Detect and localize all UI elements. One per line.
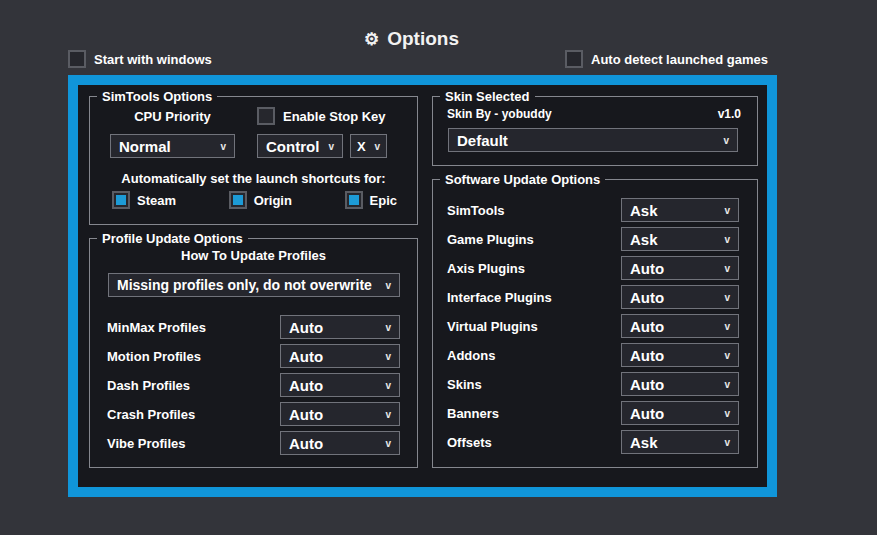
- chevron-down-icon: v: [385, 380, 391, 391]
- chevron-down-icon: v: [724, 437, 730, 448]
- steam-checkbox[interactable]: Steam: [112, 191, 176, 209]
- banners-update-label: Banners: [447, 406, 499, 421]
- addons-update-dropdown[interactable]: Auto v: [621, 343, 739, 367]
- dropdown-value: Auto: [289, 435, 323, 452]
- enable-stop-key-label: Enable Stop Key: [283, 109, 386, 124]
- dash-profiles-row: Dash Profiles Auto v: [107, 373, 400, 397]
- chevron-down-icon: v: [723, 135, 729, 146]
- game-plugins-update-dropdown[interactable]: Ask v: [621, 227, 739, 251]
- dropdown-value: Ask: [630, 434, 658, 451]
- start-with-windows-checkbox[interactable]: Start with windows: [68, 50, 212, 68]
- profile-rows: MinMax Profiles Auto v Motion Profiles A…: [107, 315, 400, 455]
- chevron-down-icon: v: [328, 141, 334, 152]
- how-to-update-label: How To Update Profiles: [90, 248, 417, 263]
- minmax-profiles-label: MinMax Profiles: [107, 320, 206, 335]
- chevron-down-icon: v: [724, 379, 730, 390]
- chevron-down-icon: v: [724, 205, 730, 216]
- skin-meta-row: Skin By - yobuddy v1.0: [447, 107, 741, 121]
- skin-dropdown[interactable]: Default v: [448, 128, 738, 152]
- virtual-plugins-update-label: Virtual Plugins: [447, 319, 538, 334]
- motion-profiles-dropdown[interactable]: Auto v: [280, 344, 400, 368]
- crash-profiles-dropdown[interactable]: Auto v: [280, 402, 400, 426]
- dropdown-value: Ask: [630, 231, 658, 248]
- motion-profiles-row: Motion Profiles Auto v: [107, 344, 400, 368]
- enable-stop-key-checkbox[interactable]: Enable Stop Key: [257, 107, 386, 125]
- group-title: Software Update Options: [440, 172, 605, 187]
- chevron-down-icon: v: [385, 322, 391, 333]
- cpu-priority-label: CPU Priority: [110, 109, 235, 124]
- axis-plugins-update-label: Axis Plugins: [447, 261, 525, 276]
- epic-checkbox[interactable]: Epic: [345, 191, 397, 209]
- offsets-update-row: Offsets Ask v: [447, 430, 739, 454]
- dropdown-value: Auto: [289, 319, 323, 336]
- dash-profiles-label: Dash Profiles: [107, 378, 190, 393]
- skins-update-label: Skins: [447, 377, 482, 392]
- epic-label: Epic: [370, 193, 397, 208]
- axis-plugins-update-dropdown[interactable]: Auto v: [621, 256, 739, 280]
- crash-profiles-row: Crash Profiles Auto v: [107, 402, 400, 426]
- vibe-profiles-dropdown[interactable]: Auto v: [280, 431, 400, 455]
- software-update-options-group: Software Update Options SimTools Ask v G…: [432, 179, 758, 468]
- banners-update-dropdown[interactable]: Auto v: [621, 401, 739, 425]
- checkbox-box[interactable]: [565, 50, 583, 68]
- start-with-windows-label: Start with windows: [94, 52, 212, 67]
- group-title: Skin Selected: [440, 89, 535, 104]
- offsets-update-dropdown[interactable]: Ask v: [621, 430, 739, 454]
- dropdown-value: Auto: [630, 376, 664, 393]
- banners-update-row: Banners Auto v: [447, 401, 739, 425]
- vibe-profiles-row: Vibe Profiles Auto v: [107, 431, 400, 455]
- stop-key-modifier-dropdown[interactable]: Control v: [257, 134, 343, 158]
- chevron-down-icon: v: [374, 141, 380, 152]
- software-rows: SimTools Ask v Game Plugins Ask v Axis P…: [447, 198, 739, 454]
- simtools-options-group: SimTools Options CPU Priority Enable Sto…: [89, 96, 418, 225]
- simtools-update-row: SimTools Ask v: [447, 198, 739, 222]
- launch-shortcuts-row: Steam Origin Epic: [112, 191, 397, 209]
- launch-shortcuts-label: Automatically set the launch shortcuts f…: [90, 171, 417, 186]
- vibe-profiles-label: Vibe Profiles: [107, 436, 186, 451]
- cpu-priority-dropdown[interactable]: Normal v: [110, 134, 235, 158]
- game-plugins-update-label: Game Plugins: [447, 232, 534, 247]
- chevron-down-icon: v: [385, 438, 391, 449]
- dropdown-value: Normal: [119, 138, 171, 155]
- origin-checkbox[interactable]: Origin: [229, 191, 292, 209]
- checkbox-checkmark: [349, 195, 359, 205]
- chevron-down-icon: v: [385, 351, 391, 362]
- dropdown-value: Auto: [630, 318, 664, 335]
- dropdown-value: X: [357, 139, 366, 154]
- checkbox-box[interactable]: [345, 191, 363, 209]
- checkbox-box[interactable]: [257, 107, 275, 125]
- simtools-update-label: SimTools: [447, 203, 505, 218]
- checkbox-box[interactable]: [229, 191, 247, 209]
- checkbox-box[interactable]: [112, 191, 130, 209]
- skin-author-label: Skin By - yobuddy: [447, 107, 552, 121]
- skins-update-row: Skins Auto v: [447, 372, 739, 396]
- dropdown-value: Auto: [630, 289, 664, 306]
- dropdown-value: Auto: [289, 406, 323, 423]
- addons-update-row: Addons Auto v: [447, 343, 739, 367]
- dropdown-value: Default: [457, 132, 508, 149]
- minmax-profiles-dropdown[interactable]: Auto v: [280, 315, 400, 339]
- options-panel: SimTools Options CPU Priority Enable Sto…: [68, 75, 777, 497]
- motion-profiles-label: Motion Profiles: [107, 349, 201, 364]
- stop-key-dropdown[interactable]: X v: [350, 134, 387, 158]
- dropdown-value: Auto: [630, 260, 664, 277]
- checkbox-box[interactable]: [68, 50, 86, 68]
- group-title: SimTools Options: [97, 89, 217, 104]
- interface-plugins-update-dropdown[interactable]: Auto v: [621, 285, 739, 309]
- group-title: Profile Update Options: [97, 231, 248, 246]
- chevron-down-icon: v: [724, 321, 730, 332]
- page-title-text: Options: [387, 28, 459, 50]
- simtools-update-dropdown[interactable]: Ask v: [621, 198, 739, 222]
- chevron-down-icon: v: [724, 234, 730, 245]
- how-to-update-dropdown[interactable]: Missing profiles only, do not overwrite …: [108, 273, 400, 297]
- virtual-plugins-update-dropdown[interactable]: Auto v: [621, 314, 739, 338]
- offsets-update-label: Offsets: [447, 435, 492, 450]
- dash-profiles-dropdown[interactable]: Auto v: [280, 373, 400, 397]
- dropdown-value: Auto: [630, 405, 664, 422]
- checkbox-checkmark: [233, 195, 243, 205]
- dropdown-value: Ask: [630, 202, 658, 219]
- skins-update-dropdown[interactable]: Auto v: [621, 372, 739, 396]
- page-title: ⚙ Options: [0, 28, 823, 50]
- dropdown-value: Auto: [289, 377, 323, 394]
- auto-detect-games-checkbox[interactable]: Auto detect launched games: [565, 50, 768, 68]
